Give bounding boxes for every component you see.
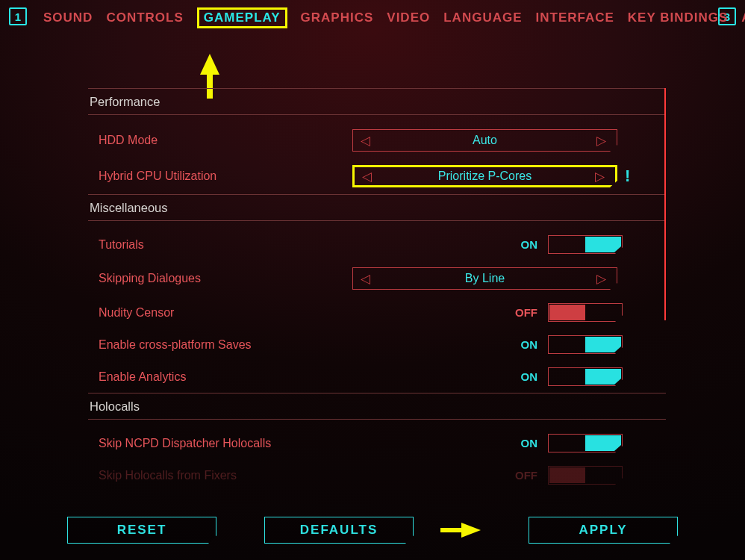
tab-controls[interactable]: CONTROLS [106,10,183,25]
section-performance: Performance [88,88,666,115]
chevron-left-icon[interactable]: ◁ [361,133,370,149]
selector-hdd-mode[interactable]: ◁ Auto ▷ [352,129,617,152]
label-nudity: Nudity Censor [99,306,352,320]
tab-video[interactable]: VIDEO [387,10,430,25]
label-hybrid-cpu: Hybrid CPU Utilization [99,169,352,183]
toggle-cross-save[interactable] [548,335,623,354]
chevron-right-icon[interactable]: ▷ [596,133,606,149]
row-hdd-mode: HDD Mode ◁ Auto ▷ [88,122,666,158]
tab-language[interactable]: LANGUAGE [443,10,522,25]
tab-interface[interactable]: INTERFACE [536,10,614,25]
toggle-skip-fixers[interactable] [548,466,623,485]
label-skip-dialog: Skipping Dialogues [99,272,352,285]
label-hdd-mode: HDD Mode [99,134,352,147]
defaults-button[interactable]: DEFAULTS [264,517,414,544]
chevron-left-icon[interactable]: ◁ [361,271,370,287]
chevron-left-icon[interactable]: ◁ [362,169,372,184]
footer-button-bar: RESET DEFAULTS APPLY [0,506,745,554]
row-skip-dialog: Skipping Dialogues ◁ By Line ▷ [88,261,666,296]
value-skip-dialog: By Line [465,272,505,285]
section-holocalls: Holocalls [88,393,666,420]
label-analytics: Enable Analytics [99,370,352,384]
scrollbar[interactable] [664,88,666,320]
toggle-state-analytics: ON [521,370,538,383]
reset-button[interactable]: RESET [67,517,216,544]
label-cross-save: Enable cross-platform Saves [99,338,352,352]
row-analytics: Enable Analytics ON [88,361,666,393]
toggle-nudity[interactable] [548,303,623,322]
label-skip-ncpd: Skip NCPD Dispatcher Holocalls [99,437,352,450]
chevron-right-icon[interactable]: ▷ [596,271,606,287]
tab-graphics[interactable]: GRAPHICS [301,10,374,25]
toggle-tutorials[interactable] [548,235,623,254]
row-cross-save: Enable cross-platform Saves ON [88,329,666,361]
toggle-state-tutorials: ON [521,238,538,251]
tab-key-bindings[interactable]: KEY BINDINGS [628,10,729,25]
label-skip-fixers: Skip Holocalls from Fixers [99,469,352,482]
toggle-state-skip-ncpd: ON [521,437,538,449]
tab-accessibility[interactable]: ACCESSIBILITY [741,10,745,25]
alert-icon: ! [625,167,630,186]
value-hybrid-cpu: Prioritize P-Cores [438,169,532,183]
toggle-state-cross-save: ON [521,338,538,351]
settings-tab-bar: SOUND CONTROLS GAMEPLAY GRAPHICS VIDEO L… [43,6,702,30]
row-tutorials: Tutorials ON [88,228,666,261]
apply-button[interactable]: APPLY [529,517,678,544]
tab-gameplay[interactable]: GAMEPLAY [197,7,287,28]
tab-sound[interactable]: SOUND [43,10,93,25]
row-hybrid-cpu: Hybrid CPU Utilization ◁ Prioritize P-Co… [88,158,666,194]
row-nudity: Nudity Censor OFF [88,296,666,329]
row-skip-fixers: Skip Holocalls from Fixers OFF [88,459,666,489]
section-misc: Miscellaneous [88,194,666,221]
settings-panel: Performance HDD Mode ◁ Auto ▷ Hybrid CPU… [88,88,666,489]
row-skip-ncpd: Skip NCPD Dispatcher Holocalls ON [88,427,666,459]
toggle-analytics[interactable] [548,367,623,386]
annotation-arrow-apply [461,523,481,538]
toggle-skip-ncpd[interactable] [548,434,623,452]
value-hdd-mode: Auto [473,134,497,147]
prev-tab-key[interactable]: 1 [9,7,27,25]
annotation-arrow-tab [200,54,219,75]
label-tutorials: Tutorials [99,238,352,252]
selector-hybrid-cpu[interactable]: ◁ Prioritize P-Cores ▷ [352,165,617,187]
toggle-state-nudity: OFF [515,306,537,319]
toggle-state-skip-fixers: OFF [515,469,537,482]
chevron-right-icon[interactable]: ▷ [595,169,605,184]
selector-skip-dialog[interactable]: ◁ By Line ▷ [352,267,617,290]
